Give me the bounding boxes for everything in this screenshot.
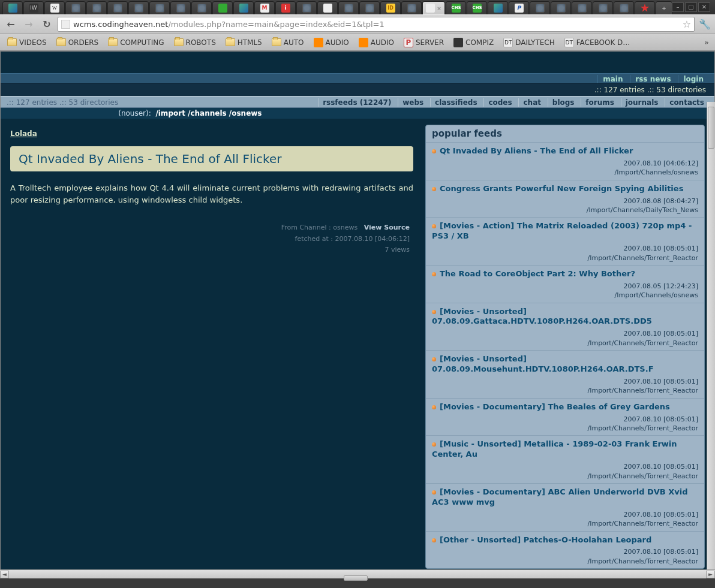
browser-tab[interactable]: W	[44, 1, 65, 14]
feed-item[interactable]: [Movies - Unsorted] 07.08.09.Gattaca.HDT…	[426, 303, 704, 351]
bookmark-item[interactable]: DTDAILYTECH	[500, 37, 558, 49]
view-source-link[interactable]: View Source	[364, 224, 410, 231]
browser-tab[interactable]	[551, 1, 571, 14]
wrench-menu-icon[interactable]: 🔧	[698, 19, 711, 30]
feed-title[interactable]: The Road to CoreObject Part 2: Why Bothe…	[432, 269, 698, 279]
browser-tab[interactable]: ID	[380, 1, 401, 14]
feed-title[interactable]: [Other - Unsorted] Patches-O-Hoolahan Le…	[432, 535, 698, 545]
browser-tab[interactable]: P	[509, 1, 529, 14]
horizontal-scrollbar[interactable]: ◄ ►	[0, 569, 715, 578]
feed-title[interactable]: [Movies - Unsorted] 07.08.09.Gattaca.HDT…	[432, 307, 698, 327]
subnav-journals[interactable]: journals	[621, 98, 663, 107]
browser-tab[interactable]	[191, 1, 212, 14]
bookmark-item[interactable]: PSERVER	[400, 37, 447, 49]
maximize-button[interactable]: ▢	[685, 2, 697, 12]
nav-rssnews[interactable]: rss news	[630, 75, 675, 83]
bookmark-item[interactable]: AUDIO	[355, 37, 398, 49]
browser-tab[interactable]	[401, 1, 422, 14]
feed-title[interactable]: [Music - Unsorted] Metallica - 1989-02-0…	[432, 439, 698, 460]
browser-tab[interactable]	[572, 1, 592, 14]
browser-tab[interactable]	[530, 1, 550, 14]
page-viewport: main rss news login .:: 127 entries .:: …	[0, 51, 715, 578]
breadcrumb: (nouser): /import /channels /osnews	[1, 108, 714, 119]
browser-tab[interactable]	[233, 1, 254, 14]
browser-tab[interactable]: IW	[23, 1, 44, 14]
url-path: /modules.php?name=main&page=index&eid=1&…	[168, 20, 384, 29]
browser-tab-active[interactable]: ×	[422, 1, 445, 14]
feed-item[interactable]: [Other - Unsorted] Patches-O-Hoolahan Le…	[426, 532, 704, 569]
nav-main[interactable]: main	[597, 75, 627, 83]
browser-tab[interactable]	[107, 1, 128, 14]
feed-title[interactable]: [Movies - Unsorted] 07.08.09.Mousehunt.H…	[432, 354, 698, 375]
feed-title[interactable]: Qt Invaded By Aliens - The End of All Fl…	[432, 146, 698, 156]
feed-item[interactable]: [Movies - Action] The Matrix Reloaded (2…	[426, 218, 704, 266]
bookmark-item[interactable]: ORDERS	[53, 37, 103, 48]
browser-tab[interactable]	[635, 1, 655, 14]
close-tab-icon[interactable]: ×	[437, 5, 441, 11]
reload-button[interactable]: ↻	[40, 17, 54, 32]
bookmark-item[interactable]: DTFACEBOOK D…	[561, 37, 634, 49]
scroll-thumb[interactable]	[708, 107, 714, 149]
browser-tab[interactable]	[614, 1, 634, 14]
bookmark-item[interactable]: ROBOTS	[170, 37, 220, 48]
bookmarks-overflow-icon[interactable]: »	[704, 38, 711, 47]
feed-meta: 2007.08.05 [12:24:23]/Import/Channels/os…	[432, 282, 698, 300]
bookmark-item[interactable]: AUTO	[268, 37, 308, 48]
feed-title[interactable]: [Movies - Action] The Matrix Reloaded (2…	[432, 221, 698, 242]
browser-tab[interactable]: CHS	[446, 1, 466, 14]
feed-title[interactable]: Congress Grants Powerful New Foreign Spy…	[432, 184, 698, 194]
feed-item[interactable]: The Road to CoreObject Part 2: Why Bothe…	[426, 266, 704, 303]
feed-item[interactable]: [Movies - Documentary] The Beales of Gre…	[426, 399, 704, 436]
browser-tab[interactable]	[170, 1, 191, 14]
browser-tab[interactable]	[296, 1, 317, 14]
browser-tab[interactable]: M	[254, 1, 275, 14]
browser-tab[interactable]: CHS	[467, 1, 487, 14]
bookmark-star-icon[interactable]: ☆	[683, 19, 691, 30]
subnav-forums[interactable]: forums	[581, 98, 618, 107]
bookmark-item[interactable]: COMPUTING	[104, 37, 167, 48]
browser-tab[interactable]	[212, 1, 233, 14]
subnav-classifieds[interactable]: classifieds	[430, 98, 482, 107]
bookmark-item[interactable]: VIDEOS	[4, 37, 50, 48]
subnav-rssfeeds[interactable]: rssfeeds (12247)	[318, 98, 395, 107]
bookmark-item[interactable]: AUDIO	[310, 37, 353, 49]
forward-button[interactable]: →	[22, 17, 36, 32]
article-title: Qt Invaded By Aliens - The End of All Fl…	[10, 146, 413, 171]
bookmark-item[interactable]: HTML5	[222, 37, 266, 48]
subnav-contacts[interactable]: contacts	[665, 98, 708, 107]
vertical-scrollbar[interactable]	[707, 102, 715, 569]
subnav-blogs[interactable]: blogs	[548, 98, 579, 107]
lolada-link[interactable]: Lolada	[10, 129, 37, 138]
browser-tab[interactable]	[86, 1, 107, 14]
browser-tab[interactable]	[128, 1, 149, 14]
browser-tab[interactable]	[317, 1, 338, 14]
browser-tab[interactable]	[593, 1, 613, 14]
address-bar[interactable]: wcms.codingheaven.net/modules.php?name=m…	[58, 17, 695, 32]
browser-tab[interactable]	[65, 1, 86, 14]
browser-tab[interactable]	[338, 1, 359, 14]
subnav-chat[interactable]: chat	[518, 98, 545, 107]
browser-tab[interactable]	[359, 1, 380, 14]
feed-title[interactable]: [Movies - Documentary] The Beales of Gre…	[432, 402, 698, 412]
scroll-right-button[interactable]: ►	[706, 571, 715, 578]
subnav-codes[interactable]: codes	[483, 98, 516, 107]
feed-item[interactable]: [Movies - Unsorted] 07.08.09.Mousehunt.H…	[426, 351, 704, 399]
back-button[interactable]: ←	[4, 17, 18, 32]
subnav-webs[interactable]: webs	[398, 98, 428, 107]
feed-item[interactable]: Qt Invaded By Aliens - The End of All Fl…	[426, 143, 704, 180]
feed-item[interactable]: Congress Grants Powerful New Foreign Spy…	[426, 180, 704, 218]
browser-tab[interactable]	[488, 1, 508, 14]
scroll-thumb[interactable]	[344, 575, 368, 581]
browser-tab[interactable]	[2, 1, 23, 14]
browser-tab[interactable]: i	[275, 1, 296, 14]
nav-login[interactable]: login	[678, 75, 708, 83]
feed-title[interactable]: [Movies - Documentary] ABC Alien Underwo…	[432, 487, 698, 508]
close-button[interactable]: ✕	[698, 2, 710, 12]
feed-item[interactable]: [Movies - Documentary] ABC Alien Underwo…	[426, 484, 704, 532]
feed-item[interactable]: [Music - Unsorted] Metallica - 1989-02-0…	[426, 436, 704, 484]
scroll-left-button[interactable]: ◄	[0, 571, 9, 578]
bookmark-item[interactable]: COMPIZ	[450, 37, 497, 49]
minimize-button[interactable]: –	[672, 2, 684, 12]
browser-tab[interactable]	[149, 1, 170, 14]
new-tab-button[interactable]: +	[656, 1, 672, 14]
